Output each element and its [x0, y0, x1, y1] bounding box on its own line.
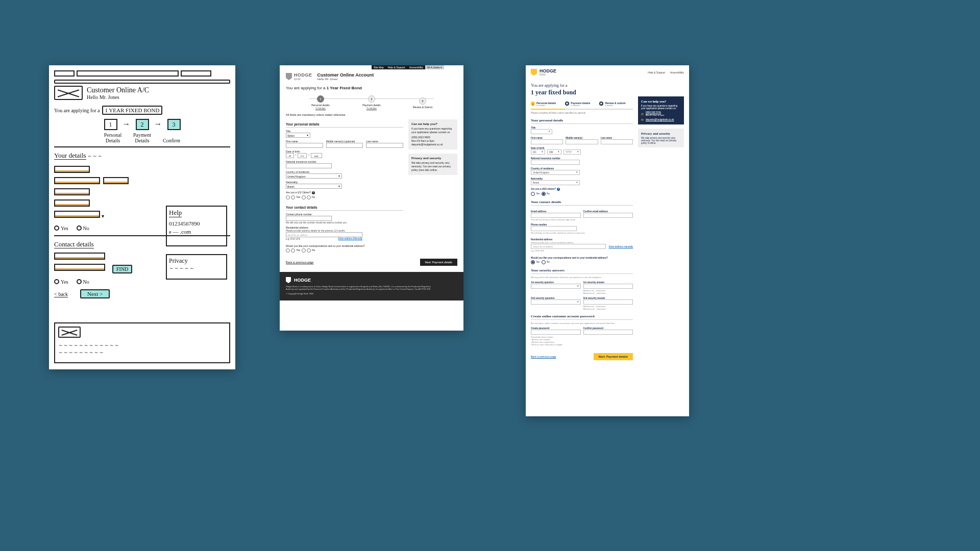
- dob-year-select[interactable]: YYYY: [564, 149, 581, 155]
- step-2-label: Payment Details: [127, 132, 158, 143]
- form-column: 1Personal details4 minutes 2Payment deta…: [531, 96, 633, 362]
- nav-row: Back to previous page Next: Payment deta…: [531, 353, 633, 360]
- radio-yes-label: Yes: [291, 248, 300, 252]
- next-button[interactable]: Next >: [80, 289, 110, 298]
- phone-input[interactable]: [531, 226, 577, 231]
- shield-icon: [286, 277, 291, 283]
- sketch-input[interactable]: [54, 166, 90, 173]
- nav-sitemap[interactable]: Site Map: [372, 65, 386, 69]
- sketch-input[interactable]: [54, 177, 100, 184]
- next-button[interactable]: Next: Payment details: [594, 353, 633, 360]
- middle-name-input[interactable]: [326, 143, 363, 148]
- find-button[interactable]: FIND: [112, 265, 132, 273]
- info-icon[interactable]: ?: [557, 188, 560, 191]
- title-value: Select: [286, 134, 295, 137]
- last-name-input[interactable]: [366, 143, 403, 148]
- first-name-input[interactable]: [531, 139, 563, 144]
- help-box: Can we help you? If you have any questio…: [638, 96, 684, 124]
- logo-placeholder: [54, 86, 83, 100]
- info-icon[interactable]: ?: [312, 191, 315, 194]
- help-title: Help: [169, 209, 182, 217]
- a1-input[interactable]: [583, 284, 633, 289]
- radio-no[interactable]: [77, 279, 82, 284]
- radio-no[interactable]: [542, 192, 547, 195]
- section-personal: Your personal details: [531, 118, 633, 124]
- radio-no[interactable]: [302, 248, 307, 252]
- radio-no[interactable]: [302, 195, 307, 198]
- ni-input[interactable]: [531, 160, 580, 165]
- nav-help[interactable]: Help & Support: [386, 65, 407, 69]
- middle-name-input[interactable]: [566, 139, 598, 144]
- dob-month-select[interactable]: MM: [547, 149, 561, 155]
- nationality-select[interactable]: British: [286, 184, 342, 189]
- dob-month-input[interactable]: mm: [298, 153, 307, 158]
- step-3: 3Review & submit1 minute: [599, 102, 625, 107]
- brand-name: HODGE: [294, 72, 312, 78]
- radio-no[interactable]: [77, 226, 82, 231]
- address-search-input[interactable]: Search for an address: [531, 244, 606, 249]
- step-2-duration: 2 minutes: [366, 107, 377, 110]
- first-name-input[interactable]: [286, 143, 323, 148]
- last-name-input[interactable]: [601, 139, 633, 144]
- radio-yes[interactable]: [54, 226, 59, 231]
- email-input[interactable]: [531, 213, 581, 218]
- confirm-password-input[interactable]: [583, 330, 633, 335]
- privacy-title: Privacy and security: [641, 132, 681, 135]
- sketch-input[interactable]: [54, 199, 90, 207]
- nav-user-menu[interactable]: Mr A Jones ▾: [425, 65, 444, 69]
- phone-input[interactable]: [286, 216, 332, 221]
- address-search-input[interactable]: search for an address: [286, 232, 362, 237]
- title-select[interactable]: [531, 129, 552, 134]
- address-manual-link[interactable]: Enter address Manually: [338, 237, 362, 240]
- back-link[interactable]: Back to previous page: [531, 355, 556, 358]
- dob-day-input[interactable]: dd: [286, 153, 294, 158]
- nav-accessibility[interactable]: Accessibility: [670, 71, 684, 74]
- radio-yes[interactable]: [54, 279, 59, 284]
- back-link[interactable]: < back: [54, 291, 68, 297]
- radio-yes-label: Yes: [536, 261, 540, 263]
- radio-yes-label: Yes: [291, 195, 300, 198]
- shield-icon: [286, 73, 292, 80]
- label-ni: National insurance number: [286, 160, 403, 163]
- dob-day-select[interactable]: DD: [531, 149, 545, 155]
- sketch-input[interactable]: [54, 253, 105, 260]
- step-1-number: 1: [317, 95, 324, 103]
- next-button[interactable]: Next: Payment details: [420, 259, 458, 266]
- nav-help[interactable]: Help & Support: [648, 71, 665, 74]
- sketch-browser-tab: [54, 70, 75, 77]
- a2-input[interactable]: [583, 299, 633, 305]
- title-select[interactable]: Select: [286, 133, 310, 138]
- sketch-input[interactable]: [54, 188, 90, 195]
- country-select[interactable]: United Kingdom: [286, 173, 342, 179]
- nationality-select[interactable]: British: [531, 180, 580, 185]
- dob-year-input[interactable]: yyyy: [311, 153, 322, 158]
- address-eg: e.g. CF10 1FS: [531, 249, 633, 252]
- help-phone: (029) 2022 0800: [411, 136, 454, 139]
- step-1-box: 1: [104, 119, 117, 130]
- nationality-value: British: [286, 185, 295, 188]
- address-input[interactable]: [54, 264, 105, 271]
- label-phone: Contact phone number: [286, 213, 403, 216]
- stepper: 1 Personal details 2 minutes 2 Payment d…: [280, 95, 463, 110]
- q1-select[interactable]: [531, 284, 581, 289]
- section-contact: Your contact details: [286, 206, 403, 211]
- confirm-email-input[interactable]: [583, 213, 633, 218]
- radio-yes[interactable]: [286, 248, 291, 252]
- ni-input[interactable]: [286, 163, 332, 168]
- back-link[interactable]: Back to previous page: [286, 261, 313, 264]
- password-input[interactable]: [531, 330, 581, 335]
- radio-yes[interactable]: [531, 261, 536, 263]
- radio-yes[interactable]: [286, 195, 291, 198]
- privacy-body: We take privacy and security very seriou…: [641, 137, 681, 144]
- nav-accessibility[interactable]: Accessibility: [407, 65, 425, 69]
- q2-select[interactable]: [531, 299, 581, 305]
- sketch-select[interactable]: [54, 211, 100, 218]
- address-manual-link[interactable]: Enter address manually: [609, 245, 633, 248]
- step-2-number: 2: [368, 95, 375, 103]
- radio-no[interactable]: [542, 261, 547, 263]
- step-3-box: 3: [167, 119, 181, 130]
- sketch-input[interactable]: [103, 177, 129, 184]
- help-email[interactable]: deposits@hodgebank.co.uk: [646, 118, 674, 121]
- country-select[interactable]: United Kingdom: [531, 170, 580, 175]
- radio-yes[interactable]: [531, 192, 536, 195]
